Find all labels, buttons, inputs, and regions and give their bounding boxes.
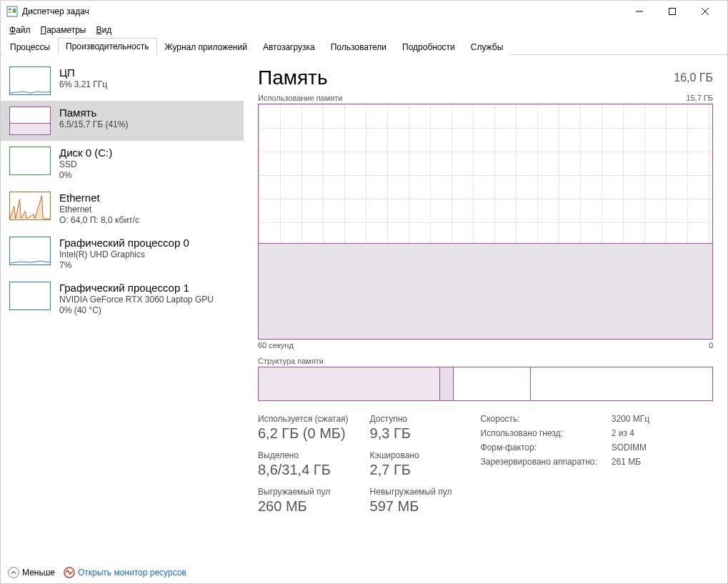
fewer-details-label: Меньше — [22, 568, 55, 578]
ethernet-sub2: О: 64,0 П: 8,0 кбит/с — [59, 215, 139, 225]
memory-usage-chart — [258, 104, 713, 340]
gpu0-sub1: Intel(R) UHD Graphics — [59, 249, 189, 259]
paged-value: 260 МБ — [258, 498, 349, 515]
composition-label: Структура памяти — [258, 357, 713, 365]
disk-sub2: 0% — [59, 170, 112, 180]
close-button[interactable] — [689, 1, 722, 22]
chart-fill-area — [259, 243, 712, 339]
tab-app-history[interactable]: Журнал приложений — [157, 39, 255, 56]
fewer-details-button[interactable]: Меньше — [8, 567, 55, 578]
ethernet-thumb — [9, 192, 51, 220]
gpu1-sub1: NVIDIA GeForce RTX 3060 Laptop GPU — [59, 295, 214, 305]
stats-left: Используется (сжатая) 6,2 ГБ (0 МБ) Дост… — [258, 414, 452, 515]
tab-users[interactable]: Пользователи — [323, 39, 394, 56]
reserved-value: 261 МБ — [612, 457, 649, 467]
composition-standby — [454, 367, 531, 400]
tabstrip: Процессы Производительность Журнал прило… — [1, 37, 727, 55]
menu-view[interactable]: Вид — [91, 24, 116, 36]
cached-label: Кэшировано — [370, 450, 452, 460]
cpu-sub: 6% 3,21 ГГц — [59, 79, 107, 89]
window-title: Диспетчер задач — [22, 6, 623, 16]
in-use-value: 6,2 ГБ (0 МБ) — [258, 425, 349, 442]
svg-rect-5 — [669, 9, 676, 15]
ethernet-title: Ethernet — [59, 192, 139, 204]
stats-right: Скорость: 3200 МГц Использовано гнезд: 2… — [481, 414, 650, 515]
tab-performance[interactable]: Производительность — [58, 38, 156, 55]
composition-free — [531, 367, 712, 400]
gpu0-title: Графический процессор 0 — [59, 237, 189, 249]
gpu1-thumb — [9, 282, 51, 310]
window-controls — [623, 1, 722, 22]
tab-processes[interactable]: Процессы — [2, 39, 58, 56]
composition-in-use — [259, 367, 440, 400]
tab-startup[interactable]: Автозагрузка — [255, 39, 323, 56]
svg-rect-3 — [13, 9, 16, 13]
stats-area: Используется (сжатая) 6,2 ГБ (0 МБ) Дост… — [258, 414, 713, 515]
menubar: Файл Параметры Вид — [1, 22, 727, 38]
nonpaged-value: 597 МБ — [370, 498, 452, 515]
time-left-label: 60 секунд — [258, 341, 294, 350]
usage-label: Использование памяти — [258, 94, 342, 102]
sidebar: ЦП 6% 3,21 ГГц Память 6,5/15,7 ГБ (41%) … — [1, 55, 244, 562]
open-resource-monitor-link[interactable]: Открыть монитор ресурсов — [64, 567, 186, 578]
speed-value: 3200 МГц — [612, 414, 649, 424]
memory-sub: 6,5/15,7 ГБ (41%) — [59, 119, 128, 129]
committed-value: 8,6/31,4 ГБ — [258, 462, 349, 478]
svg-rect-2 — [9, 11, 11, 13]
sidebar-item-cpu[interactable]: ЦП 6% 3,21 ГГц — [1, 61, 244, 101]
gpu1-sub2: 0% (40 °C) — [59, 305, 214, 315]
svg-rect-1 — [9, 9, 11, 10]
tab-services[interactable]: Службы — [463, 39, 511, 56]
sidebar-item-gpu0[interactable]: Графический процессор 0 Intel(R) UHD Gra… — [1, 231, 244, 276]
gpu0-thumb — [9, 237, 51, 265]
sidebar-item-ethernet[interactable]: Ethernet Ethernet О: 64,0 П: 8,0 кбит/с — [1, 186, 244, 231]
sidebar-item-gpu1[interactable]: Графический процессор 1 NVIDIA GeForce R… — [1, 276, 244, 321]
in-use-label: Используется (сжатая) — [258, 414, 349, 424]
disk-title: Диск 0 (C:) — [59, 147, 112, 159]
footer: Меньше Открыть монитор ресурсов — [1, 562, 727, 583]
nonpaged-label: Невыгружаемый пул — [370, 487, 452, 497]
cpu-thumb — [9, 66, 51, 95]
cpu-title: ЦП — [59, 66, 107, 79]
content-header: Память 16,0 ГБ — [258, 66, 713, 89]
form-value: SODIMM — [612, 442, 649, 452]
main-split: ЦП 6% 3,21 ГГц Память 6,5/15,7 ГБ (41%) … — [1, 55, 727, 562]
gpu1-title: Графический процессор 1 — [59, 282, 214, 294]
titlebar: Диспетчер задач — [1, 1, 727, 22]
composition-modified — [440, 367, 454, 400]
usage-max: 15,7 ГБ — [686, 94, 713, 102]
chevron-up-icon — [8, 567, 19, 578]
chart-top-labels: Использование памяти 15,7 ГБ — [258, 94, 713, 102]
cached-value: 2,7 ГБ — [370, 462, 452, 478]
task-manager-icon — [6, 6, 18, 17]
slots-value: 2 из 4 — [612, 428, 649, 438]
chart-bottom-labels: 60 секунд 0 — [258, 341, 713, 350]
ethernet-sub1: Ethernet — [59, 204, 139, 214]
sidebar-item-memory[interactable]: Память 6,5/15,7 ГБ (41%) — [1, 101, 244, 141]
minimize-button[interactable] — [623, 1, 656, 22]
menu-options[interactable]: Параметры — [36, 24, 91, 36]
tab-details[interactable]: Подробности — [394, 39, 463, 56]
committed-label: Выделено — [258, 450, 349, 460]
disk-thumb — [9, 147, 51, 175]
reserved-label: Зарезервировано аппаратно: — [481, 457, 597, 467]
paged-label: Выгружаемый пул — [258, 487, 349, 497]
maximize-button[interactable] — [656, 1, 689, 22]
sidebar-item-disk[interactable]: Диск 0 (C:) SSD 0% — [1, 141, 244, 186]
time-right-label: 0 — [709, 341, 713, 350]
available-value: 9,3 ГБ — [370, 425, 452, 442]
slots-label: Использовано гнезд: — [481, 428, 597, 438]
memory-composition-bar — [258, 367, 713, 401]
memory-total: 16,0 ГБ — [674, 71, 713, 84]
open-resource-monitor-label: Открыть монитор ресурсов — [78, 568, 186, 578]
resource-monitor-icon — [64, 567, 75, 578]
gpu0-sub2: 7% — [59, 260, 189, 270]
form-label: Форм-фактор: — [481, 442, 597, 452]
page-title: Память — [258, 66, 328, 89]
memory-thumb — [9, 107, 51, 135]
memory-title: Память — [59, 107, 128, 119]
content: Память 16,0 ГБ Использование памяти 15,7… — [244, 55, 727, 562]
available-label: Доступно — [370, 414, 452, 424]
disk-sub1: SSD — [59, 159, 112, 169]
menu-file[interactable]: Файл — [5, 24, 35, 36]
